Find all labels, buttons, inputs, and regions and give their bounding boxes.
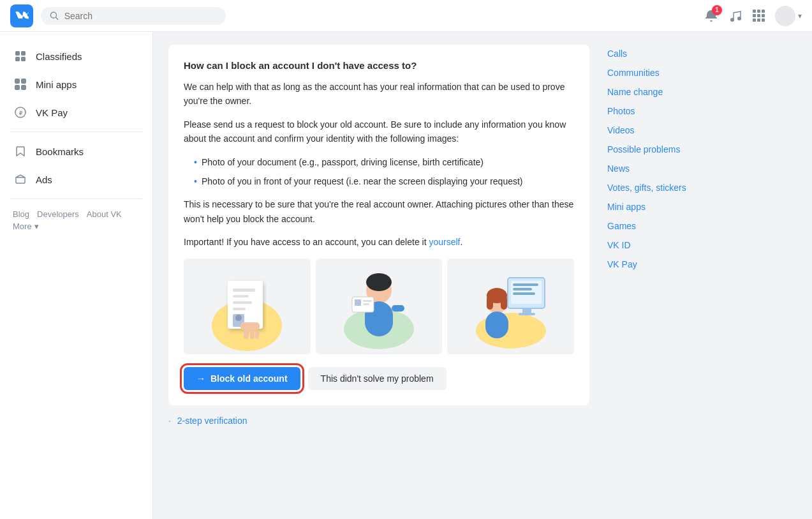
svg-rect-31 — [392, 305, 404, 312]
svg-rect-39 — [513, 283, 538, 286]
article-para2: Please send us a request to block your o… — [184, 117, 574, 146]
two-step-link[interactable]: 2-step verification — [177, 416, 247, 426]
list-item-1: Photo of your document (e.g., passport, … — [194, 155, 574, 169]
buttons-row: → Block old account This didn't solve my… — [184, 367, 574, 390]
svg-rect-35 — [363, 303, 369, 305]
svg-point-21 — [235, 315, 242, 321]
svg-line-1 — [56, 17, 58, 19]
right-sidebar-list: Calls Communities Name change Photos Vid… — [602, 45, 768, 273]
person-id-illustration — [316, 259, 443, 354]
svg-rect-42 — [522, 308, 531, 313]
bookmarks-icon — [13, 144, 28, 159]
right-item-calls[interactable]: Calls — [602, 45, 768, 63]
grid-icon[interactable] — [753, 10, 765, 22]
svg-rect-33 — [355, 299, 361, 306]
sidebar-item-ads[interactable]: Ads — [0, 165, 152, 193]
right-item-news[interactable]: News — [602, 160, 768, 177]
footer-blog[interactable]: Blog — [13, 209, 29, 219]
svg-rect-48 — [485, 312, 508, 338]
article-title: How can I block an account I don't have … — [184, 60, 574, 71]
svg-rect-17 — [233, 295, 249, 297]
svg-rect-10 — [15, 85, 20, 90]
svg-rect-24 — [250, 330, 255, 339]
svg-rect-16 — [233, 289, 255, 292]
list-item-2: Photo of you in front of your request (i… — [194, 174, 574, 188]
svg-rect-6 — [15, 57, 20, 61]
sidebar-label-vk-pay: VK Pay — [36, 107, 68, 118]
chevron-down-icon: ▾ — [798, 11, 802, 20]
right-item-possible-problems[interactable]: Possible problems — [602, 140, 768, 158]
didnt-solve-button[interactable]: This didn't solve my problem — [308, 367, 447, 390]
right-item-vk-pay[interactable]: VK Pay — [602, 255, 768, 273]
sidebar-item-vk-pay[interactable]: ₽ VK Pay — [0, 98, 152, 126]
chevron-down-icon: ▾ — [34, 222, 39, 231]
right-item-videos[interactable]: Videos — [602, 121, 768, 139]
svg-rect-25 — [255, 331, 259, 339]
sidebar-divider-1 — [10, 132, 142, 132]
svg-rect-18 — [233, 301, 252, 304]
svg-rect-40 — [513, 288, 532, 290]
arrow-right-icon: → — [196, 373, 205, 384]
svg-rect-8 — [15, 79, 20, 84]
right-item-communities[interactable]: Communities — [602, 64, 768, 82]
sidebar-item-classifieds[interactable]: Classifieds — [0, 42, 152, 70]
svg-rect-5 — [21, 51, 26, 56]
document-illustration — [184, 259, 311, 354]
sidebar: Classifieds Mini apps ₽ VK Pay — [0, 32, 153, 519]
sidebar-label-classifieds: Classifieds — [36, 51, 82, 62]
article-card: How can I block an account I don't have … — [168, 45, 589, 405]
doc-svg — [209, 262, 285, 351]
screen-svg — [473, 262, 549, 351]
footer-more[interactable]: More ▾ — [13, 222, 39, 231]
yourself-link[interactable]: yourself — [429, 237, 460, 247]
right-item-votes[interactable]: Votes, gifts, stickers — [602, 179, 768, 197]
right-item-games[interactable]: Games — [602, 217, 768, 235]
svg-rect-47 — [501, 296, 507, 310]
illustration-images — [184, 259, 574, 354]
topbar-icons: 1 ▾ — [704, 6, 802, 26]
sidebar-label-mini-apps: Mini apps — [36, 79, 77, 90]
notification-badge: 1 — [712, 5, 722, 15]
user-avatar-area[interactable]: ▾ — [775, 6, 802, 26]
footer-developers[interactable]: Developers — [37, 209, 79, 219]
ads-icon — [13, 172, 28, 187]
person-svg — [341, 262, 417, 351]
svg-rect-4 — [15, 51, 20, 56]
svg-rect-19 — [233, 308, 246, 310]
right-item-name-change[interactable]: Name change — [602, 83, 768, 101]
svg-rect-23 — [244, 329, 249, 339]
sidebar-item-mini-apps[interactable]: Mini apps — [0, 70, 152, 98]
footer-about[interactable]: About VK — [87, 209, 122, 219]
article-para4: Important! If you have access to an acco… — [184, 235, 574, 249]
classifieds-icon — [13, 49, 28, 64]
sidebar-item-bookmarks[interactable]: Bookmarks — [0, 137, 152, 165]
mini-apps-icon — [13, 77, 28, 92]
screen-illustration — [447, 259, 574, 354]
svg-rect-43 — [519, 313, 535, 315]
right-sidebar: Calls Communities Name change Photos Vid… — [602, 45, 768, 506]
article-list: Photo of your document (e.g., passport, … — [184, 155, 574, 189]
bullet-dot: · — [168, 416, 171, 426]
article-para3: This is necessary to be sure that you're… — [184, 197, 574, 226]
svg-point-28 — [366, 273, 392, 291]
svg-rect-22 — [240, 322, 260, 330]
svg-rect-11 — [21, 85, 26, 90]
vk-logo[interactable] — [10, 4, 33, 27]
svg-rect-46 — [487, 296, 493, 310]
right-item-mini-apps[interactable]: Mini apps — [602, 198, 768, 216]
svg-rect-9 — [21, 79, 26, 84]
block-old-account-button[interactable]: → Block old account — [184, 367, 300, 390]
para4-start: Important! If you have access to an acco… — [184, 237, 429, 247]
svg-text:₽: ₽ — [19, 110, 23, 116]
svg-rect-34 — [363, 300, 372, 302]
music-icon[interactable] — [728, 9, 742, 23]
right-item-photos[interactable]: Photos — [602, 102, 768, 120]
notifications-icon[interactable]: 1 — [704, 9, 718, 23]
two-step-section: · 2-step verification — [168, 416, 589, 426]
search-box[interactable] — [41, 7, 226, 25]
vk-pay-icon: ₽ — [13, 105, 28, 120]
search-input[interactable] — [64, 11, 217, 21]
right-item-vk-id[interactable]: VK ID — [602, 236, 768, 254]
layout: Classifieds Mini apps ₽ VK Pay — [0, 32, 812, 519]
main-content: How can I block an account I don't have … — [153, 32, 812, 519]
